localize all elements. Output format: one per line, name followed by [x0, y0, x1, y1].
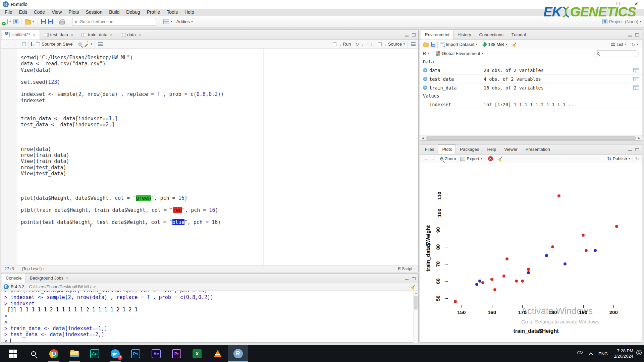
print-button[interactable] [58, 17, 66, 26]
environment-selector[interactable]: Global Environment [442, 51, 480, 56]
close-tab-icon[interactable]: ✕ [70, 30, 73, 40]
code-line-2[interactable]: 2setwd("C:/Users/Ehsan/Desktop/HW ML") [1, 55, 418, 61]
find-replace-icon[interactable] [78, 43, 82, 46]
taskbar-photoshop-icon[interactable]: Ps [125, 345, 146, 362]
clear-plots-icon[interactable] [498, 157, 503, 161]
scope-selector[interactable]: (Top Level) [22, 266, 42, 271]
menu-profile[interactable]: Profile [144, 9, 164, 16]
taskbar-vlc-icon[interactable] [207, 345, 228, 362]
close-tab-icon[interactable]: ✕ [66, 274, 69, 283]
pane-maximize-icon[interactable] [412, 33, 416, 37]
file-type-selector[interactable]: R Script [398, 266, 412, 271]
code-line-6[interactable]: 6set.seed(123) [1, 79, 418, 85]
plots-tab-files[interactable]: Files [421, 144, 438, 154]
nav-back-icon[interactable]: ← [4, 41, 11, 47]
nav-forward-icon[interactable]: → [11, 41, 18, 47]
code-line-23[interactable]: 23 [1, 183, 418, 189]
scroll-left-icon[interactable]: ◀ [420, 136, 426, 140]
goto-file-function-box[interactable]: ➤ [72, 18, 156, 26]
code-line-17[interactable]: 17nrow(data) [1, 146, 418, 152]
taskbar-premiere-icon[interactable]: Pr [166, 345, 187, 362]
env-tab-environment[interactable]: Environment [421, 30, 453, 40]
code-line-8[interactable]: 8indexset <- sample(2, nrow(data) , repl… [1, 91, 418, 97]
source-tab-untitled2-[interactable]: Untitled2*✕ [2, 30, 40, 40]
people-icon[interactable] [577, 351, 583, 356]
save-all-button[interactable] [47, 17, 54, 26]
refresh-plot-icon[interactable]: ↻ [635, 156, 639, 162]
next-chunk-icon[interactable]: ↓ [369, 42, 374, 47]
code-line-32[interactable]: 32 [1, 238, 418, 244]
taskbar-start-icon[interactable] [3, 345, 23, 362]
publish-button[interactable]: Publish [613, 156, 627, 161]
pane-maximize-icon[interactable] [635, 148, 639, 151]
expand-icon[interactable] [423, 85, 427, 90]
project-selector[interactable]: R Project: (None) ▼ [602, 19, 642, 24]
close-tab-icon[interactable]: ✕ [138, 30, 141, 40]
menu-code[interactable]: Code [31, 9, 48, 16]
environment-hscrollbar[interactable]: ◀ ▶ [420, 135, 642, 140]
code-line-19[interactable]: 19View(train_data) [1, 158, 418, 164]
source-tab-data[interactable]: data✕ [117, 30, 145, 40]
list-view-button[interactable]: List [616, 42, 623, 47]
scrollbar-thumb[interactable] [426, 136, 636, 140]
load-workspace-icon[interactable] [423, 43, 428, 47]
memory-usage-button[interactable]: 138 MiB [488, 42, 504, 47]
scrollbar-thumb[interactable] [414, 296, 418, 310]
menu-edit[interactable]: Edit [16, 9, 31, 16]
tray-expand-icon[interactable] [589, 352, 593, 357]
clock[interactable]: 7:28 PM 1/20/2024 [614, 348, 633, 359]
previous-plot-icon[interactable]: ← [423, 156, 429, 162]
code-line-30[interactable]: 30 [1, 225, 418, 231]
source-button[interactable]: Source [388, 42, 402, 47]
scroll-right-icon[interactable]: ▶ [636, 136, 642, 140]
save-button[interactable] [40, 17, 47, 26]
taskbar-audition-icon[interactable]: Au [85, 345, 105, 362]
code-line-9[interactable]: 9indexset [1, 98, 418, 104]
code-line-3[interactable]: 3data <- read.csv("data.csv") [1, 61, 418, 67]
code-line-10[interactable]: 10 [1, 104, 418, 110]
taskbar-chrome-icon[interactable] [44, 345, 64, 362]
menu-build[interactable]: Build [106, 9, 123, 16]
view-data-icon[interactable] [633, 68, 639, 72]
pane-minimize-icon[interactable] [405, 36, 409, 37]
menu-file[interactable]: File [1, 9, 16, 16]
code-line-34[interactable]: 34 [1, 250, 418, 256]
code-line-31[interactable]: 31 [1, 232, 418, 238]
expand-icon[interactable] [423, 68, 427, 72]
code-line-5[interactable]: 5 [1, 73, 418, 79]
minimize-button[interactable]: – [594, 1, 604, 7]
save-icon[interactable] [31, 42, 35, 46]
code-line-22[interactable]: 22 [1, 177, 418, 183]
clear-console-icon[interactable] [411, 285, 416, 289]
env-tab-connections[interactable]: Connections [475, 30, 507, 40]
view-data-icon[interactable] [633, 77, 639, 81]
code-line-11[interactable]: 11 [1, 110, 418, 116]
code-line-14[interactable]: 14 [1, 128, 418, 134]
menu-debug[interactable]: Debug [123, 9, 143, 16]
taskbar-excel-icon[interactable]: X [187, 345, 207, 362]
view-data-icon[interactable] [633, 85, 639, 90]
code-tools-icon[interactable] [84, 42, 88, 46]
pane-minimize-icon[interactable] [628, 36, 632, 37]
menu-session[interactable]: Session [82, 9, 106, 16]
taskbar-rstudio-icon[interactable]: R [228, 345, 248, 362]
code-line-18[interactable]: 18nrow(train_data) [1, 152, 418, 158]
pane-minimize-icon[interactable] [405, 279, 409, 280]
code-line-16[interactable]: 16 [1, 140, 418, 146]
code-line-28[interactable]: 28 [1, 213, 418, 219]
plots-tab-presentation[interactable]: Presentation [522, 144, 554, 154]
taskbar-after-effects-icon[interactable]: Ae [146, 345, 166, 362]
new-file-button[interactable]: +▼ [2, 17, 12, 26]
run-button[interactable]: Run [343, 42, 351, 47]
remove-plot-icon[interactable]: ✕ [488, 156, 493, 161]
import-dataset-button[interactable]: Import Dataset [446, 42, 474, 47]
pane-maximize-icon[interactable] [412, 277, 416, 280]
plots-tab-help[interactable]: Help [483, 144, 500, 154]
env-object-data[interactable]: data20 obs. of 2 variables [420, 66, 642, 75]
source-tab-test-data[interactable]: test_data✕ [40, 30, 78, 40]
environment-search-box[interactable] [594, 50, 639, 57]
close-tab-icon[interactable]: ✕ [33, 30, 36, 40]
console-scrollbar[interactable]: ▲ [413, 291, 418, 343]
pane-maximize-icon[interactable] [635, 33, 639, 37]
code-line-21[interactable]: 21View(test_data) [1, 171, 418, 177]
